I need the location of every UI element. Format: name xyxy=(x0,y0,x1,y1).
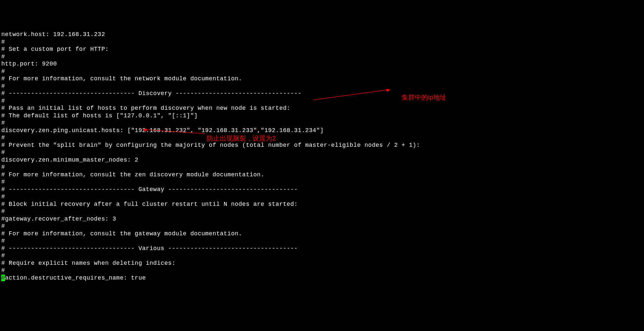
config-line: # The default list of hosts is ["127.0.0… xyxy=(1,112,198,119)
annotation-cluster-ip: 集群中的ip地址 xyxy=(402,93,446,102)
config-line: #gateway.recover_after_nodes: 3 xyxy=(1,216,116,222)
config-line: # For more information, consult the netw… xyxy=(1,75,242,82)
config-line: # xyxy=(1,164,5,170)
config-line: http.port: 9200 xyxy=(1,61,57,67)
config-line: # For more information, consult the zen … xyxy=(1,171,264,178)
config-line: # ---------------------------------- Var… xyxy=(1,245,298,252)
config-line: # xyxy=(1,267,5,274)
config-line: # xyxy=(1,193,5,200)
config-line: # xyxy=(1,179,5,185)
config-line: # xyxy=(1,53,5,60)
config-line: # xyxy=(1,252,5,259)
config-line: # xyxy=(1,134,5,141)
config-line: network.host: 192.168.31.232 xyxy=(1,31,105,38)
config-line: discovery.zen.ping.unicast.hosts: ["192.… xyxy=(1,127,324,134)
config-line: # Pass an initial list of hosts to perfo… xyxy=(1,105,291,111)
config-line: # ---------------------------------- Dis… xyxy=(1,90,301,97)
config-line: # Require explicit names when deleting i… xyxy=(1,260,175,266)
config-line: # xyxy=(1,83,5,89)
config-line: # xyxy=(1,238,5,244)
config-line: # xyxy=(1,120,5,126)
config-line: # For more information, consult the gate… xyxy=(1,230,242,237)
config-line: # xyxy=(1,68,5,75)
config-line: # xyxy=(1,39,5,45)
config-line: # xyxy=(1,149,5,156)
config-line: # Set a custom port for HTTP: xyxy=(1,46,109,52)
config-line: # Block initial recovery after a full cl… xyxy=(1,201,298,207)
annotation-split-brain: 防止出现脑裂，设置为2 xyxy=(207,134,276,143)
config-line: discovery.zen.minimum_master_nodes: 2 xyxy=(1,157,138,163)
config-line: # xyxy=(1,98,5,104)
config-line: # ---------------------------------- Gat… xyxy=(1,186,298,193)
config-line: action.destructive_requires_name: true xyxy=(5,275,146,281)
terminal-output[interactable]: network.host: 192.168.31.232 # # Set a c… xyxy=(1,31,643,282)
cursor: # xyxy=(1,275,5,281)
config-line: # Prevent the "split brain" by configuri… xyxy=(1,142,420,148)
config-line: # xyxy=(1,208,5,215)
config-line: # xyxy=(1,223,5,229)
